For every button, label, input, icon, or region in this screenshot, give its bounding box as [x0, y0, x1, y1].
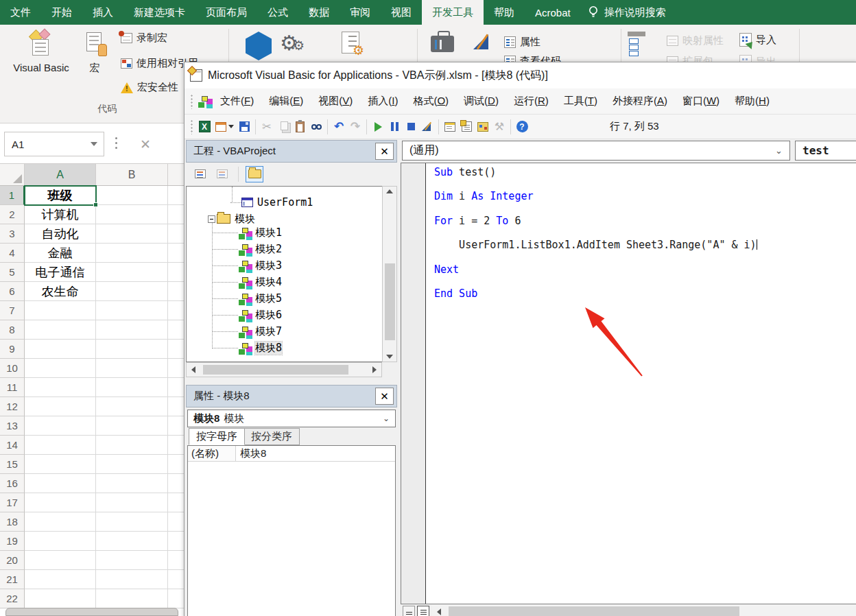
- scroll-up-icon[interactable]: [383, 189, 396, 193]
- name-box[interactable]: A1: [4, 132, 104, 156]
- cell-C11[interactable]: [168, 378, 184, 397]
- cell-A17[interactable]: [25, 493, 96, 512]
- cell-C22[interactable]: [168, 589, 184, 608]
- com-addins-button[interactable]: [342, 32, 359, 54]
- scrollbar-thumb[interactable]: [385, 263, 395, 340]
- find-button[interactable]: [308, 118, 324, 136]
- cell-A22[interactable]: [25, 589, 96, 608]
- cell-C17[interactable]: [168, 493, 184, 512]
- tab-categorized[interactable]: 按分类序: [243, 428, 300, 445]
- cell-C21[interactable]: [168, 570, 184, 589]
- cancel-icon[interactable]: ✕: [134, 133, 156, 155]
- cell-B16[interactable]: [96, 474, 168, 493]
- row-header-18[interactable]: 18: [0, 512, 25, 532]
- ribbon-tab-公式[interactable]: 公式: [257, 0, 298, 25]
- row-header-19[interactable]: 19: [0, 532, 25, 551]
- cell-B14[interactable]: [96, 436, 168, 455]
- cell-A20[interactable]: [25, 551, 96, 570]
- ribbon-tab-视图[interactable]: 视图: [381, 0, 422, 25]
- cell-C8[interactable]: [168, 320, 184, 340]
- project-explorer-button[interactable]: [442, 118, 458, 136]
- cell-A13[interactable]: [25, 416, 96, 436]
- procedure-view-button[interactable]: [403, 606, 415, 616]
- ribbon-tab-帮助[interactable]: 帮助: [484, 0, 525, 25]
- tree-item-模块2[interactable]: 模块2: [212, 241, 282, 257]
- map-properties-button[interactable]: 映射属性: [667, 34, 724, 47]
- menu-H[interactable]: 帮助(H): [727, 91, 777, 111]
- cell-A15[interactable]: [25, 455, 96, 474]
- row-header-16[interactable]: 16: [0, 474, 25, 493]
- sheet-scrollbar[interactable]: [5, 608, 178, 616]
- cell-B11[interactable]: [96, 378, 168, 397]
- row-header-3[interactable]: 3: [0, 224, 25, 244]
- cell-B8[interactable]: [96, 320, 168, 340]
- cell-C1[interactable]: [168, 186, 184, 205]
- ribbon-tab-页面布局[interactable]: 页面布局: [195, 0, 257, 25]
- ribbon-tab-文件[interactable]: 文件: [0, 0, 41, 25]
- row-header-10[interactable]: 10: [0, 359, 25, 378]
- cell-B2[interactable]: [96, 205, 168, 224]
- cell-C13[interactable]: [168, 416, 184, 436]
- cell-B19[interactable]: [96, 532, 168, 551]
- row-header-6[interactable]: 6: [0, 282, 25, 301]
- cell-A9[interactable]: [25, 340, 96, 359]
- properties-object-dropdown[interactable]: 模块8 模块 ⌄: [187, 410, 396, 427]
- cell-C19[interactable]: [168, 532, 184, 551]
- tree-item-UserForm1[interactable]: UserForm1: [230, 194, 313, 211]
- menu-I[interactable]: 插入(I): [360, 91, 405, 111]
- cell-B12[interactable]: [96, 397, 168, 416]
- tell-me-search[interactable]: 操作说明搜索: [581, 0, 673, 25]
- toggle-folders-button[interactable]: [246, 166, 263, 182]
- cell-B9[interactable]: [96, 340, 168, 359]
- cell-C5[interactable]: [168, 263, 184, 282]
- cut-button[interactable]: ✂: [259, 118, 275, 136]
- project-tree-vscrollbar[interactable]: [382, 186, 397, 362]
- cell-B4[interactable]: [96, 244, 168, 263]
- cell-A14[interactable]: [25, 436, 96, 455]
- redo-button[interactable]: ↷: [347, 118, 364, 136]
- cell-A12[interactable]: [25, 397, 96, 416]
- row-header-12[interactable]: 12: [0, 397, 25, 416]
- cell-A7[interactable]: [25, 301, 96, 320]
- column-header-b[interactable]: B: [96, 164, 168, 185]
- row-header-14[interactable]: 14: [0, 436, 25, 455]
- properties-button[interactable]: 属性: [504, 36, 540, 49]
- code-editor[interactable]: Sub test()Dim i As IntegerFor i = 2 To 6…: [401, 163, 856, 604]
- break-button[interactable]: [386, 118, 403, 136]
- cell-B18[interactable]: [96, 512, 168, 532]
- design-mode-toggle[interactable]: [419, 118, 436, 136]
- vba-titlebar[interactable]: Microsoft Visual Basic for Applications …: [185, 62, 856, 88]
- insert-userform-button[interactable]: [213, 118, 236, 136]
- project-tree-hscrollbar[interactable]: [186, 362, 382, 377]
- scrollbar-thumb[interactable]: [203, 365, 348, 375]
- scroll-right-icon[interactable]: [369, 363, 380, 377]
- cell-A3[interactable]: 自动化: [25, 224, 96, 244]
- menubar-grip[interactable]: [190, 94, 193, 109]
- cell-C10[interactable]: [168, 359, 184, 378]
- cell-C4[interactable]: [168, 244, 184, 263]
- cell-A11[interactable]: [25, 378, 96, 397]
- cell-C12[interactable]: [168, 397, 184, 416]
- macro-security-button[interactable]: 宏安全性: [121, 81, 178, 94]
- tree-item-模块4[interactable]: 模块4: [212, 274, 282, 290]
- ribbon-tab-新建选项卡[interactable]: 新建选项卡: [123, 0, 195, 25]
- code-hscrollbar[interactable]: [432, 604, 856, 616]
- insert-controls-button[interactable]: [431, 30, 454, 52]
- view-code-button-small[interactable]: [191, 166, 209, 182]
- row-header-7[interactable]: 7: [0, 301, 25, 320]
- tree-item-模块5[interactable]: 模块5: [212, 290, 282, 307]
- ribbon-tab-数据[interactable]: 数据: [298, 0, 340, 25]
- margin-indicator-bar[interactable]: [401, 163, 426, 604]
- scroll-left-icon[interactable]: [188, 363, 199, 377]
- menu-W[interactable]: 窗口(W): [675, 91, 727, 111]
- tree-item-模块3[interactable]: 模块3: [212, 257, 282, 274]
- cell-B6[interactable]: [96, 282, 168, 301]
- cell-C7[interactable]: [168, 301, 184, 320]
- row-header-4[interactable]: 4: [0, 244, 25, 263]
- row-header-11[interactable]: 11: [0, 378, 25, 397]
- property-value[interactable]: 模块8: [236, 446, 395, 461]
- help-button[interactable]: ?: [514, 118, 530, 136]
- menu-V[interactable]: 视图(V): [311, 91, 360, 111]
- copy-button[interactable]: [275, 118, 292, 136]
- ribbon-tab-审阅[interactable]: 审阅: [340, 0, 381, 25]
